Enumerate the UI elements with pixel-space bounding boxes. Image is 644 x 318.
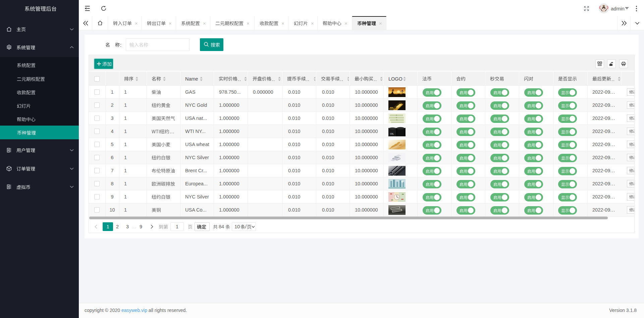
svg-text:OIL: OIL — [390, 133, 394, 135]
